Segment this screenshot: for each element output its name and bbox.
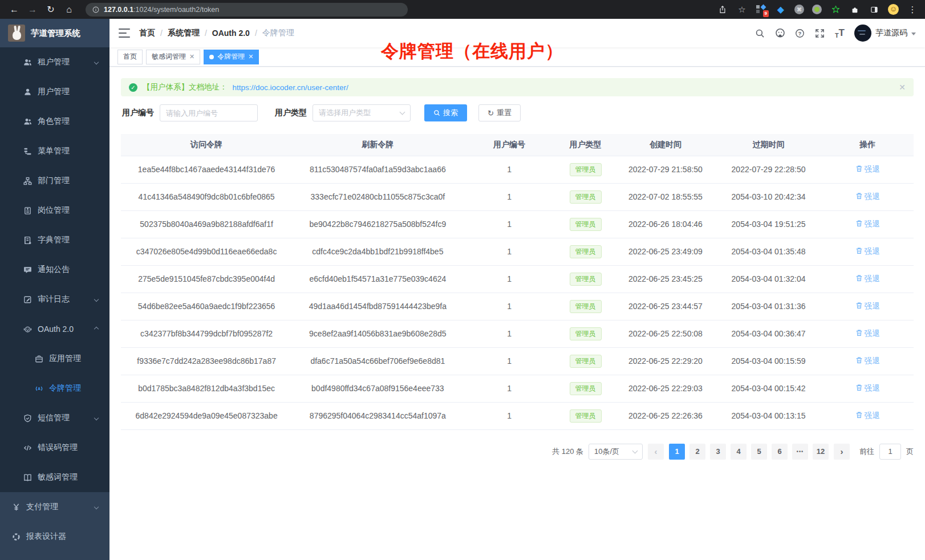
extension-icon[interactable]: 9 — [756, 4, 767, 15]
font-size-icon[interactable]: TT — [835, 27, 845, 39]
table-row: c342377bf8b344799dcbf7bf095287f29ce8ef2a… — [121, 320, 914, 347]
refresh-token-cell: 333ecfc71e02480cb11055c875c3ca0f — [292, 183, 463, 210]
refresh-token-cell: be90422b8c7946218275a508bf524fc9 — [292, 210, 463, 238]
prev-page-button[interactable]: ‹ — [648, 444, 664, 460]
user-id-cell: 1 — [463, 402, 555, 429]
user-type-cell: 管理员 — [555, 293, 616, 320]
search-button[interactable]: 搜索 — [424, 104, 467, 121]
user-type-select[interactable]: 请选择用户类型 — [313, 104, 411, 121]
search-icon[interactable] — [755, 28, 765, 38]
next-page-button[interactable]: › — [834, 444, 850, 460]
user-type-cell: 管理员 — [555, 375, 616, 402]
sidebar-panel-icon[interactable] — [869, 4, 880, 15]
command-extension-icon[interactable]: ⌘ — [794, 5, 804, 14]
info-icon — [92, 6, 99, 13]
address-bar[interactable]: 127.0.0.1:1024/system/oauth2/token — [86, 3, 408, 17]
browser-back-button[interactable]: ← — [7, 5, 22, 15]
table-row: b0d1785bc3a8482f812db4a3f3bd15ecb0df4980… — [121, 375, 914, 402]
browser-home-button[interactable]: ⌂ — [62, 5, 76, 15]
sidebar-item-post[interactable]: 岗位管理 — [0, 196, 109, 225]
force-logout-button[interactable]: 强退 — [855, 164, 880, 175]
trash-icon — [855, 329, 863, 338]
sidebar-item-report[interactable]: 报表设计器 — [0, 522, 109, 551]
page-button[interactable]: 1 — [669, 444, 685, 460]
github-icon[interactable] — [775, 28, 785, 38]
chevron-down-icon — [94, 505, 99, 509]
breadcrumb-item[interactable]: 系统管理 — [168, 28, 200, 38]
force-logout-button[interactable]: 强退 — [855, 301, 880, 311]
sidebar-item-role[interactable]: 角色管理 — [0, 107, 109, 136]
breadcrumb-item[interactable]: 首页 — [139, 28, 155, 38]
tab-label: 首页 — [123, 52, 137, 62]
page-button[interactable]: 2 — [689, 444, 705, 460]
page-size-select[interactable]: 10条/页 — [589, 444, 643, 460]
sidebar-item-dept[interactable]: 部门管理 — [0, 166, 109, 196]
puzzle-extensions-icon[interactable] — [849, 4, 861, 15]
sidebar-fold-icon[interactable] — [119, 29, 130, 38]
fullscreen-icon[interactable] — [815, 28, 825, 38]
tag-view-tab[interactable]: 令牌管理✕ — [204, 50, 259, 64]
sidebar-item-notice[interactable]: 通知公告 — [0, 255, 109, 285]
browser-forward-button[interactable]: → — [25, 5, 40, 15]
user-menu[interactable]: 芋道源码 — [854, 25, 916, 42]
force-logout-button[interactable]: 强退 — [855, 219, 880, 229]
search-icon — [433, 109, 440, 116]
breadcrumb-item[interactable]: OAuth 2.0 — [212, 29, 250, 38]
page-more-button[interactable]: ••• — [792, 444, 808, 460]
tag-view-tab[interactable]: 敏感词管理✕ — [146, 50, 200, 64]
alert-close-icon[interactable]: ✕ — [899, 83, 906, 92]
sidebar-item-sms[interactable]: 短信管理 — [0, 403, 109, 433]
sidebar-item-error-code[interactable]: 错误码管理 — [0, 433, 109, 462]
sidebar-item-tenant[interactable]: 租户管理 — [0, 47, 109, 77]
page-button[interactable]: 5 — [751, 444, 767, 460]
user-type-tag: 管理员 — [570, 273, 602, 286]
sidebar-item-app[interactable]: 应用管理 — [0, 344, 109, 374]
recorder-extension-icon[interactable] — [812, 5, 822, 14]
sidebar-item-dict[interactable]: 字典管理 — [0, 225, 109, 255]
page-button[interactable]: 12 — [813, 444, 829, 460]
access-token-cell: 41c41346a548490f9dc8b01c6bfe0865 — [121, 183, 292, 210]
sidebar-item-menu[interactable]: 菜单管理 — [0, 136, 109, 166]
force-logout-button[interactable]: 强退 — [855, 192, 880, 202]
sidebar-item-label: 通知公告 — [38, 265, 70, 275]
goto-page-input[interactable] — [879, 444, 901, 460]
force-logout-button[interactable]: 强退 — [855, 274, 880, 284]
sidebar-item-pay[interactable]: 支付管理 — [0, 492, 109, 522]
bookmark-star-icon[interactable]: ☆ — [736, 4, 748, 15]
user-id-input[interactable] — [160, 104, 258, 121]
sidebar-item-token[interactable]: A令牌管理 — [0, 374, 109, 403]
browser-profile-avatar[interactable]: ☺ — [888, 4, 899, 15]
user-id-cell: 1 — [463, 156, 555, 183]
page-button[interactable]: 6 — [772, 444, 788, 460]
force-logout-button[interactable]: 强退 — [855, 411, 880, 421]
tag-view-tab[interactable]: 首页 — [117, 50, 143, 64]
page-button[interactable]: 4 — [731, 444, 747, 460]
help-icon[interactable]: ? — [795, 28, 805, 38]
browser-menu-icon[interactable]: ⋮ — [907, 4, 918, 15]
force-logout-button[interactable]: 强退 — [855, 246, 880, 257]
force-logout-button[interactable]: 强退 — [855, 356, 880, 366]
star-extension-icon[interactable] — [830, 4, 841, 15]
reset-button[interactable]: ↻ 重置 — [478, 104, 521, 121]
action-cell: 强退 — [822, 210, 914, 238]
user-id-cell: 1 — [463, 238, 555, 265]
force-logout-button[interactable]: 强退 — [855, 383, 880, 393]
user-type-tag: 管理员 — [570, 190, 602, 204]
browser-refresh-button[interactable]: ↻ — [43, 4, 58, 15]
tab-close-icon[interactable]: ✕ — [248, 53, 253, 60]
sidebar-item-audit-log[interactable]: 审计日志 — [0, 285, 109, 314]
page-button[interactable]: 3 — [710, 444, 726, 460]
share-icon[interactable] — [717, 4, 728, 15]
url-host: 127.0.0.1 — [104, 6, 133, 14]
sidebar-item-user[interactable]: 用户管理 — [0, 77, 109, 107]
gem-extension-icon[interactable]: ◆ — [775, 4, 786, 15]
tab-close-icon[interactable]: ✕ — [189, 53, 194, 60]
sidebar-item-label: 岗位管理 — [38, 205, 70, 216]
force-logout-button[interactable]: 强退 — [855, 328, 880, 339]
filter-form: 用户编号 用户类型 请选择用户类型 搜索 ↻ 重置 — [121, 104, 914, 121]
sidebar-item-oauth[interactable]: OAuth 2.0 — [0, 314, 109, 344]
sidebar-item-label: 角色管理 — [38, 116, 70, 127]
sidebar-item-sensitive-word[interactable]: 敏感词管理 — [0, 462, 109, 492]
trash-icon — [855, 302, 863, 311]
doc-link[interactable]: https://doc.iocoder.cn/user-center/ — [233, 83, 348, 92]
